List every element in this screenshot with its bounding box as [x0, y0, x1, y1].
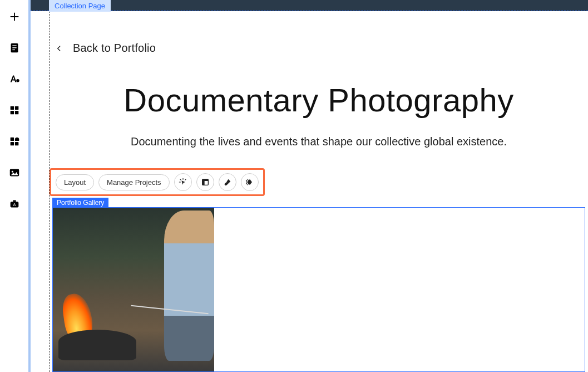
svg-text:A: A: [13, 202, 16, 207]
photo-fire: [58, 282, 125, 360]
sections-button[interactable]: [8, 104, 21, 117]
top-bar: [31, 0, 588, 11]
manage-projects-button[interactable]: Manage Projects: [98, 174, 170, 190]
grid-icon: [8, 104, 21, 116]
image-icon: [8, 167, 21, 179]
text-style-icon: [8, 73, 21, 85]
layout-button[interactable]: Layout: [56, 174, 94, 190]
gallery-thumbnail[interactable]: [53, 208, 214, 371]
interactions-button[interactable]: [174, 173, 192, 191]
svg-rect-5: [10, 106, 13, 110]
svg-rect-1: [12, 45, 16, 46]
svg-rect-2: [12, 47, 16, 48]
pages-button[interactable]: [8, 41, 21, 55]
panel-divider: [28, 0, 31, 372]
theme-button[interactable]: [8, 72, 21, 86]
back-link[interactable]: Back to Portfolio: [55, 42, 588, 55]
portfolio-gallery[interactable]: [52, 207, 585, 372]
svg-rect-11: [14, 142, 18, 145]
add-button[interactable]: [8, 10, 21, 23]
media-button[interactable]: [8, 166, 21, 179]
svg-point-4: [16, 79, 19, 82]
layout-preset-button[interactable]: [196, 173, 214, 191]
business-button[interactable]: A: [8, 197, 21, 211]
animation-button[interactable]: [241, 173, 259, 191]
canvas: Back to Portfolio Documentary Photograph…: [50, 11, 588, 372]
svg-rect-3: [12, 50, 15, 50]
page-icon: [8, 42, 21, 54]
apps-icon: [8, 135, 21, 148]
element-toolbar: Layout Manage Projects: [50, 168, 265, 196]
animation-icon: [245, 178, 254, 187]
svg-rect-7: [10, 111, 13, 114]
svg-rect-10: [10, 142, 13, 145]
briefcase-icon: A: [8, 198, 21, 210]
editor-sidebar: A: [0, 0, 28, 372]
layout-icon: [201, 178, 210, 187]
svg-rect-8: [14, 111, 18, 114]
svg-rect-6: [14, 106, 18, 110]
design-button[interactable]: [219, 173, 236, 191]
chevron-left-icon: [55, 45, 63, 52]
page-title[interactable]: Documentary Photography: [50, 81, 588, 119]
cursor-click-icon: [179, 178, 187, 187]
svg-rect-19: [202, 181, 204, 185]
svg-point-13: [11, 171, 13, 173]
page-subtitle[interactable]: Documenting the lives and events that sh…: [50, 135, 588, 148]
portfolio-gallery-label[interactable]: Portfolio Gallery: [52, 198, 108, 208]
svg-rect-9: [10, 138, 13, 141]
back-link-text: Back to Portfolio: [73, 42, 156, 55]
brush-icon: [223, 178, 232, 187]
apps-button[interactable]: [8, 135, 21, 148]
plus-icon: [8, 11, 21, 23]
svg-rect-18: [202, 179, 208, 181]
photo-figure: [164, 211, 214, 361]
collection-page-label[interactable]: Collection Page: [49, 0, 111, 12]
